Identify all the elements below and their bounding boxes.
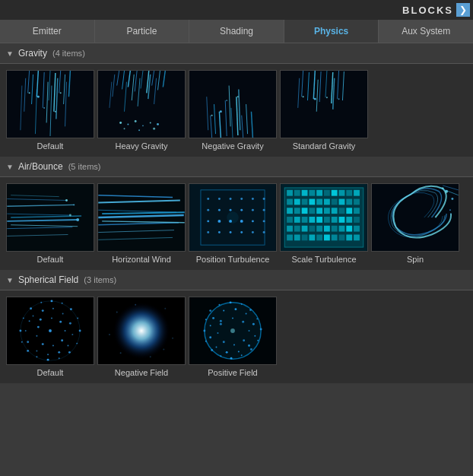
- svg-point-113: [207, 209, 209, 211]
- svg-point-251: [163, 348, 164, 350]
- svg-point-209: [50, 300, 52, 302]
- collapse-arrow-spherical: ▼: [6, 276, 14, 284]
- svg-point-250: [120, 352, 122, 354]
- svg-rect-162: [339, 208, 345, 214]
- svg-point-294: [230, 328, 235, 333]
- list-item[interactable]: Default: [6, 183, 94, 264]
- collapse-arrow-airbounce: ▼: [6, 163, 14, 171]
- list-item[interactable]: Spin: [371, 183, 459, 264]
- svg-rect-158: [309, 208, 315, 214]
- svg-point-225: [69, 322, 71, 325]
- section-airbounce-header[interactable]: ▼ Air/Bounce (5 items): [0, 157, 473, 177]
- section-airbounce-count: (5 items): [66, 162, 101, 171]
- svg-rect-163: [346, 208, 352, 214]
- svg-point-282: [216, 347, 217, 348]
- list-item[interactable]: Positive Field: [189, 297, 277, 377]
- svg-point-200: [450, 213, 452, 214]
- svg-point-278: [254, 335, 256, 337]
- svg-point-108: [218, 198, 221, 200]
- svg-rect-143: [346, 190, 352, 196]
- svg-rect-142: [339, 190, 345, 196]
- svg-point-124: [263, 220, 265, 222]
- svg-point-281: [226, 351, 228, 354]
- air-scale-thumb: [280, 183, 368, 252]
- top-bar: BLOCKS ❯: [0, 0, 473, 20]
- list-item[interactable]: Scale Turbulence: [280, 183, 368, 264]
- svg-point-285: [220, 320, 222, 322]
- svg-point-220: [21, 341, 23, 343]
- svg-rect-167: [302, 217, 308, 223]
- svg-point-235: [51, 317, 52, 319]
- sphere-positive-label: Positive Field: [208, 368, 257, 377]
- svg-point-268: [241, 354, 243, 356]
- tab-shading[interactable]: Shading: [189, 20, 284, 43]
- svg-rect-180: [324, 226, 330, 232]
- tab-emitter[interactable]: Emitter: [0, 20, 95, 43]
- sphere-negative-thumb: [97, 297, 186, 365]
- svg-point-213: [79, 330, 81, 332]
- svg-point-291: [223, 341, 225, 343]
- svg-point-18: [37, 96, 40, 98]
- svg-point-293: [220, 323, 222, 325]
- list-item[interactable]: Heavy Gravity: [97, 70, 186, 151]
- svg-point-228: [58, 351, 60, 354]
- svg-point-111: [252, 198, 254, 200]
- airbounce-grid: Default: [0, 177, 473, 270]
- svg-point-129: [252, 231, 254, 233]
- svg-point-222: [42, 309, 44, 312]
- svg-rect-189: [316, 234, 322, 240]
- list-item[interactable]: Default: [6, 70, 94, 151]
- svg-rect-153: [346, 199, 352, 205]
- gravity-heavy-label: Heavy Gravity: [115, 141, 167, 151]
- svg-rect-137: [302, 190, 308, 196]
- svg-point-123: [252, 220, 254, 222]
- svg-point-214: [76, 343, 78, 344]
- section-gravity-header[interactable]: ▼ Gravity (4 items): [0, 43, 473, 64]
- tab-physics[interactable]: Physics: [284, 20, 379, 43]
- svg-point-218: [36, 356, 37, 357]
- section-spherical-header[interactable]: ▼ Spherical Field (3 items): [0, 270, 473, 290]
- section-gravity-count: (4 items): [50, 49, 85, 58]
- svg-point-197: [451, 198, 453, 200]
- expand-icon[interactable]: ❯: [456, 3, 470, 17]
- svg-point-231: [27, 341, 29, 343]
- section-spherical-count: (3 items): [81, 275, 116, 284]
- list-item[interactable]: Position Turbulence: [189, 183, 277, 264]
- list-item[interactable]: Negative Field: [97, 297, 186, 377]
- svg-rect-65: [281, 71, 367, 138]
- svg-point-20: [43, 107, 45, 109]
- svg-point-274: [223, 310, 224, 312]
- svg-point-118: [263, 209, 265, 211]
- list-item[interactable]: Horizontal Wind: [97, 183, 186, 264]
- svg-point-266: [257, 340, 259, 341]
- svg-point-46: [138, 129, 140, 131]
- svg-point-128: [240, 231, 243, 233]
- svg-rect-185: [287, 234, 293, 240]
- svg-rect-171: [332, 217, 338, 223]
- svg-point-248: [109, 334, 110, 335]
- list-item[interactable]: Standard Gravity: [280, 70, 368, 151]
- svg-point-80: [338, 98, 340, 100]
- svg-rect-139: [316, 190, 322, 196]
- svg-point-243: [49, 329, 52, 332]
- svg-rect-164: [354, 208, 360, 214]
- svg-point-263: [249, 309, 252, 311]
- svg-rect-161: [332, 208, 338, 214]
- svg-point-245: [113, 303, 170, 359]
- svg-point-92: [73, 204, 75, 205]
- tab-aux-system[interactable]: Aux System: [379, 20, 473, 43]
- svg-point-241: [36, 335, 37, 337]
- svg-point-224: [62, 313, 64, 315]
- svg-point-259: [209, 309, 211, 312]
- tab-particle[interactable]: Particle: [95, 20, 190, 43]
- section-spherical-title: Spherical Field: [18, 274, 78, 285]
- svg-point-242: [37, 326, 40, 328]
- air-default-label: Default: [37, 255, 64, 264]
- list-item[interactable]: Default: [6, 297, 94, 377]
- svg-point-277: [252, 323, 255, 325]
- svg-point-240: [42, 343, 44, 345]
- list-item[interactable]: Negative Gravity: [189, 70, 277, 151]
- svg-point-286: [232, 317, 233, 319]
- svg-rect-150: [324, 199, 330, 205]
- svg-point-219: [27, 350, 29, 352]
